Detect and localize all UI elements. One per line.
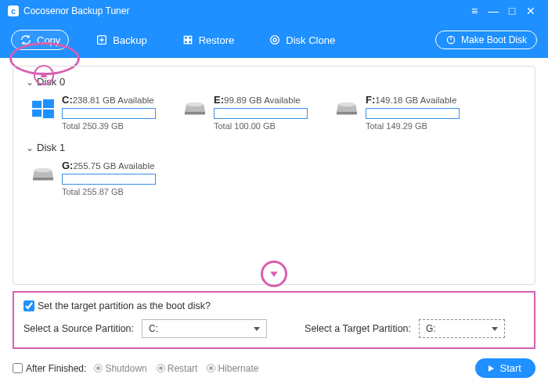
windows-icon	[31, 99, 56, 119]
boot-disk-label: Set the target partition as the boot dis…	[38, 300, 211, 311]
svg-point-5	[271, 36, 279, 45]
start-button[interactable]: Start	[475, 358, 535, 378]
partition-e-bar	[214, 108, 308, 119]
partition-c-total: Total 250.39 GB	[62, 121, 156, 131]
partition-c-letter: C:	[62, 94, 73, 106]
make-boot-disk-button[interactable]: Make Boot Disk	[435, 31, 537, 49]
play-icon	[486, 364, 496, 373]
restart-radio[interactable]: Restart	[157, 363, 198, 374]
partition-f-letter: F:	[366, 94, 375, 106]
drive-icon	[182, 99, 207, 119]
clone-label: Disk Clone	[286, 34, 335, 46]
svg-rect-15	[337, 112, 357, 115]
titlebar: c Cocosenor Backup Tuner ≡ — □ ✕	[0, 0, 548, 22]
partition-e-total: Total 100.00 GB	[214, 121, 308, 131]
disk1-label: Disk 1	[37, 142, 65, 153]
partition-e-avail: 99.89 GB Available	[224, 95, 301, 105]
partition-g-avail: 255.75 GB Available	[73, 161, 154, 171]
svg-point-6	[273, 38, 276, 41]
svg-rect-11	[43, 110, 54, 118]
toolbar: Copy Backup Restore Disk Clone Make Boot…	[0, 22, 548, 58]
shutdown-radio[interactable]: Shutdown	[94, 363, 146, 374]
partition-f-bar	[366, 108, 460, 119]
svg-rect-10	[32, 110, 41, 117]
partition-e[interactable]: E:99.89 GB Available Total 100.00 GB	[182, 94, 308, 131]
svg-rect-2	[188, 36, 191, 39]
source-partition-label: Select a Source Partition:	[23, 323, 134, 334]
maximize-button[interactable]: □	[503, 5, 521, 17]
partition-c-avail: 238.81 GB Available	[73, 95, 154, 105]
target-partition-label: Select a Target Partition:	[305, 323, 411, 334]
menu-icon[interactable]: ≡	[465, 5, 484, 17]
partition-c[interactable]: C:238.81 GB Available Total 250.39 GB	[31, 94, 156, 131]
disk1-header[interactable]: ⌄ Disk 1	[26, 142, 522, 153]
footer: After Finished: Shutdown Restart Hiberna…	[0, 352, 548, 378]
target-partition-select[interactable]: G:	[419, 319, 505, 338]
svg-point-16	[34, 168, 52, 173]
svg-rect-3	[184, 41, 187, 44]
after-finished-label: After Finished:	[26, 363, 86, 374]
drive-icon	[334, 99, 359, 119]
boot-icon	[445, 34, 456, 45]
scroll-down-indicator	[261, 261, 287, 287]
svg-point-12	[186, 102, 204, 107]
restore-tab[interactable]: Restore	[174, 31, 243, 49]
copy-label: Copy	[37, 34, 60, 46]
partition-g-letter: G:	[62, 160, 73, 171]
partitions-panel: ⌄ Disk 0 C:238.81 GB Available Total 250…	[13, 66, 535, 285]
svg-rect-8	[32, 101, 41, 108]
backup-label: Backup	[113, 34, 146, 46]
partition-g-bar	[62, 174, 156, 185]
boot-label: Make Boot Disk	[461, 34, 527, 45]
chevron-down-icon: ⌄	[26, 77, 34, 88]
svg-rect-17	[33, 178, 53, 181]
partition-g[interactable]: G:255.75 GB Available Total 255.87 GB	[31, 160, 156, 196]
restore-icon	[182, 34, 194, 46]
minimize-button[interactable]: —	[484, 5, 503, 17]
options-panel: Set the target partition as the boot dis…	[13, 291, 535, 349]
clone-icon	[269, 34, 281, 46]
chevron-down-icon: ⌄	[26, 142, 34, 153]
svg-rect-1	[184, 36, 187, 39]
after-finished-options: Shutdown Restart Hibernate	[94, 363, 258, 374]
boot-disk-checkbox[interactable]	[23, 300, 34, 311]
source-partition-select[interactable]: C:	[142, 319, 267, 338]
disk0-header[interactable]: ⌄ Disk 0	[26, 76, 522, 88]
restore-label: Restore	[199, 34, 235, 46]
svg-rect-4	[188, 41, 191, 44]
scroll-up-indicator	[34, 65, 54, 85]
hibernate-radio[interactable]: Hibernate	[207, 363, 258, 374]
disk-clone-tab[interactable]: Disk Clone	[261, 31, 343, 49]
copy-icon	[20, 34, 32, 46]
copy-tab[interactable]: Copy	[11, 30, 69, 50]
partition-e-letter: E:	[214, 94, 224, 106]
partition-f-avail: 149.18 GB Available	[375, 95, 456, 105]
close-button[interactable]: ✕	[521, 5, 540, 17]
svg-rect-13	[185, 112, 205, 115]
backup-tab[interactable]: Backup	[88, 31, 154, 49]
svg-point-14	[338, 102, 355, 107]
partition-f[interactable]: F:149.18 GB Available Total 149.29 GB	[334, 94, 460, 131]
backup-icon	[96, 34, 108, 46]
app-logo-icon: c	[8, 5, 19, 16]
after-finished-checkbox[interactable]	[13, 363, 23, 373]
drive-icon	[31, 164, 56, 185]
app-title: Cocosenor Backup Tuner	[23, 5, 465, 16]
partition-c-bar	[62, 108, 156, 119]
svg-rect-9	[43, 99, 54, 108]
partition-g-total: Total 255.87 GB	[62, 187, 156, 196]
partition-f-total: Total 149.29 GB	[366, 121, 460, 131]
